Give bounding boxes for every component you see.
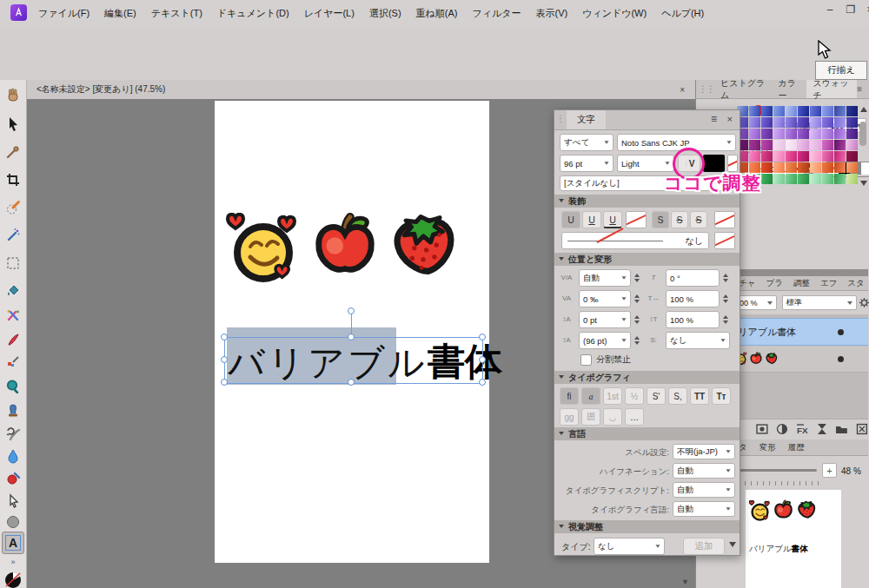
typography-button[interactable]: S, bbox=[668, 387, 687, 405]
node-tool[interactable] bbox=[2, 490, 24, 512]
swatch-scrollbar-thumb[interactable] bbox=[859, 122, 866, 146]
pixel-brush-tool[interactable] bbox=[2, 351, 24, 373]
gradient-swatch[interactable] bbox=[798, 174, 809, 184]
gradient-swatch[interactable] bbox=[773, 140, 785, 150]
gradient-swatch[interactable] bbox=[810, 140, 821, 150]
leading-select[interactable]: (96 pt) bbox=[579, 332, 631, 349]
mixer-brush-tool[interactable] bbox=[2, 304, 24, 327]
red-apple-emoji[interactable] bbox=[309, 209, 381, 284]
menu-item-3[interactable]: テキスト(T) bbox=[151, 7, 202, 20]
white-swatch[interactable] bbox=[861, 162, 869, 175]
gradient-swatch[interactable] bbox=[749, 140, 760, 150]
gradient-swatch[interactable] bbox=[834, 162, 846, 173]
blur-tool[interactable] bbox=[2, 445, 24, 467]
selection-handle[interactable] bbox=[221, 379, 228, 386]
paint-brush-tool[interactable] bbox=[2, 328, 24, 351]
gradient-swatch[interactable] bbox=[822, 174, 833, 184]
typography-button[interactable]: S' bbox=[647, 387, 666, 405]
spelling-select[interactable]: 不明(ja-JP) bbox=[673, 444, 735, 459]
gradient-swatch[interactable] bbox=[834, 140, 846, 150]
gradient-swatch[interactable] bbox=[822, 140, 833, 150]
typography-button[interactable]: ½ bbox=[625, 387, 644, 405]
gradient-swatch[interactable] bbox=[822, 162, 833, 173]
gradient-swatch[interactable] bbox=[798, 106, 809, 116]
gradient-swatch[interactable] bbox=[786, 162, 797, 173]
gradient-swatch[interactable] bbox=[822, 129, 833, 139]
gradient-swatch[interactable] bbox=[773, 106, 785, 116]
blend-options-gear-icon[interactable] bbox=[859, 297, 869, 308]
gradient-swatch[interactable] bbox=[761, 117, 773, 128]
gradient-swatch[interactable] bbox=[773, 174, 785, 184]
gradient-swatch[interactable] bbox=[749, 117, 760, 128]
typo-script-select[interactable]: 自動 bbox=[673, 482, 735, 498]
gradient-swatch[interactable] bbox=[749, 129, 760, 139]
menu-item-5[interactable]: レイヤー(L) bbox=[304, 7, 355, 20]
underline-color-none-swatch[interactable] bbox=[626, 211, 647, 228]
tab-adjustment[interactable]: 調整 bbox=[793, 278, 810, 289]
tab-brushes[interactable]: ブラ bbox=[766, 278, 782, 289]
typography-button[interactable]: a bbox=[581, 387, 600, 405]
undo-brush-tool[interactable] bbox=[2, 423, 24, 446]
gradient-swatch[interactable] bbox=[786, 106, 797, 116]
gradient-swatch[interactable] bbox=[773, 117, 785, 128]
gradient-swatch[interactable] bbox=[846, 174, 858, 184]
typography-button[interactable]: ◡ bbox=[603, 408, 622, 426]
hyphenation-select[interactable]: 自動 bbox=[673, 463, 735, 479]
more-tools-chevron[interactable]: » bbox=[2, 556, 24, 568]
visual-add-button[interactable]: 追加 bbox=[683, 538, 725, 555]
underline-single-button[interactable]: U bbox=[582, 211, 601, 228]
shape-tool[interactable] bbox=[2, 511, 24, 533]
baseline-stepper[interactable] bbox=[633, 311, 640, 328]
no-break-checkbox[interactable] bbox=[580, 354, 592, 366]
panel-menu-icon[interactable]: ≡ bbox=[711, 113, 717, 125]
leading-stepper[interactable] bbox=[633, 332, 640, 349]
menu-item-11[interactable]: ヘルプ(H) bbox=[661, 7, 704, 20]
strike-off-button[interactable]: S bbox=[652, 211, 669, 228]
typography-button[interactable]: TT bbox=[690, 387, 709, 405]
menu-item-1[interactable]: ファイル(F) bbox=[38, 7, 90, 20]
decoration-color-none-swatch[interactable] bbox=[714, 232, 735, 249]
gradient-swatch[interactable] bbox=[834, 129, 846, 139]
gradient-swatch[interactable] bbox=[749, 151, 760, 162]
gradient-swatch[interactable] bbox=[798, 140, 809, 150]
section-typography[interactable]: タイポグラフィ bbox=[554, 371, 740, 384]
panel-font-weight-select[interactable]: Light bbox=[617, 155, 674, 172]
selection-handle[interactable] bbox=[221, 356, 228, 363]
layer-visibility-dot[interactable] bbox=[838, 356, 844, 362]
minimize-button[interactable]: – bbox=[822, 3, 838, 16]
layer-opacity-select[interactable]: 00 % bbox=[735, 295, 777, 310]
clone-stamp-tool[interactable] bbox=[2, 400, 24, 422]
close-tab-icon[interactable]: × bbox=[680, 85, 685, 95]
swatch-scroll-down-icon[interactable] bbox=[860, 181, 867, 186]
gradient-swatch[interactable] bbox=[846, 162, 858, 173]
layer-visibility-dot[interactable] bbox=[838, 329, 844, 335]
maximize-button[interactable]: ❐ bbox=[843, 3, 859, 16]
gradient-swatch[interactable] bbox=[834, 174, 846, 184]
gradient-swatch[interactable] bbox=[810, 151, 821, 162]
tab-transform[interactable]: 変形 bbox=[760, 442, 776, 453]
move-tool[interactable] bbox=[2, 113, 24, 135]
panel-text-color-swatch[interactable] bbox=[703, 155, 725, 172]
gradient-swatch[interactable] bbox=[786, 174, 797, 184]
typography-button[interactable]: 1st bbox=[603, 387, 622, 405]
gradient-swatch[interactable] bbox=[810, 162, 821, 173]
panel-menu-icon[interactable]: ≡ bbox=[857, 84, 862, 94]
gradient-swatch[interactable] bbox=[846, 140, 858, 150]
menu-item-10[interactable]: ウィンドウ(W) bbox=[582, 7, 647, 20]
view-hand-tool[interactable] bbox=[2, 84, 24, 107]
blend-mode-select[interactable]: 標準 bbox=[782, 295, 857, 310]
gradient-swatch[interactable] bbox=[798, 162, 809, 173]
panel-stroke-none-swatch[interactable] bbox=[727, 155, 738, 172]
gradient-swatch[interactable] bbox=[798, 151, 809, 162]
gradient-swatch[interactable] bbox=[761, 140, 773, 150]
selection-handle[interactable] bbox=[479, 356, 486, 363]
crop-tool[interactable] bbox=[2, 168, 24, 191]
selection-brush-tool[interactable] bbox=[2, 196, 24, 219]
tracking-select[interactable]: 0 ‰ bbox=[579, 290, 631, 307]
zoom-tool[interactable] bbox=[2, 375, 24, 398]
gradient-swatch[interactable] bbox=[810, 129, 821, 139]
gradient-swatch[interactable] bbox=[822, 151, 833, 162]
tab-styles[interactable]: スタ bbox=[847, 278, 864, 289]
v-scale-field[interactable]: 100 % bbox=[666, 311, 720, 328]
selection-handle[interactable] bbox=[348, 379, 355, 386]
